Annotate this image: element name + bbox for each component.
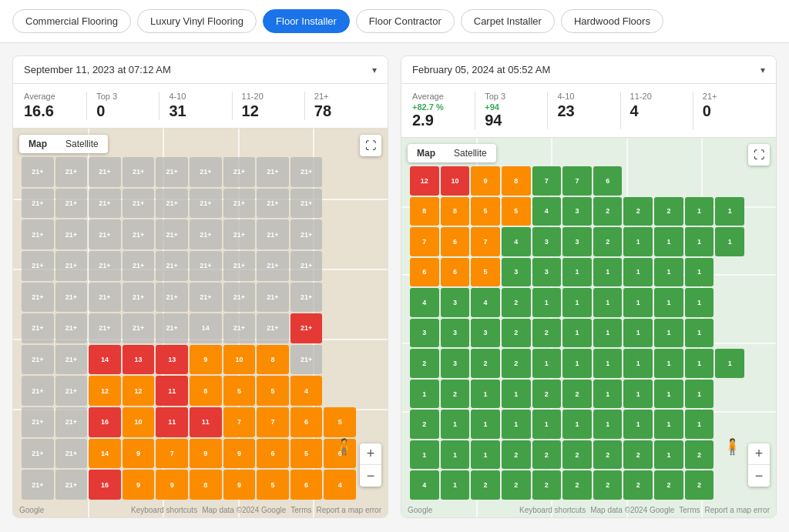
nav-tab-floor-installer[interactable]: Floor Installer	[263, 9, 350, 33]
grid-cell: 7	[223, 407, 256, 437]
stat-item: Average16.6	[24, 92, 87, 120]
grid-cell: 21+	[223, 157, 256, 187]
grid-cell: 6	[410, 258, 439, 287]
grid-cell	[623, 166, 653, 196]
right-map-area: Map Satellite ⛶ 121098776885543222117674…	[401, 138, 776, 517]
grid-cell: 7	[532, 166, 562, 196]
grid-cell: 4	[471, 288, 500, 317]
grid-cell: 21+	[89, 283, 121, 313]
grid-cell: 2	[623, 440, 653, 470]
grid-cell: 4	[324, 470, 356, 500]
grid-cell: 2	[654, 197, 683, 226]
grid-cell	[654, 166, 683, 196]
grid-cell: 5	[223, 376, 256, 406]
right-satellite-tab[interactable]: Satellite	[445, 144, 496, 162]
nav-tab-commercial-flooring[interactable]: Commercial Flooring	[12, 9, 131, 33]
stat-item: Top 30	[87, 92, 159, 120]
grid-cell: 21+	[190, 189, 222, 219]
grid-cell: 2	[562, 380, 592, 409]
nav-tab-hardwood-floors[interactable]: Hardwood Floors	[561, 9, 663, 33]
left-satellite-tab[interactable]: Satellite	[56, 135, 108, 153]
grid-cell: 21+	[123, 219, 155, 249]
grid-cell: 21+	[223, 313, 256, 343]
grid-cell: 1	[654, 380, 683, 409]
grid-cell	[324, 251, 356, 281]
grid-cell: 10	[441, 166, 470, 196]
grid-cell: 5	[290, 439, 323, 469]
grid-cell: 1	[593, 258, 623, 287]
grid-cell	[324, 313, 356, 343]
right-zoom-in-btn[interactable]: +	[748, 443, 770, 465]
grid-cell: 21+	[223, 189, 256, 219]
grid-cell: 8	[410, 197, 439, 226]
left-zoom-out-btn[interactable]: −	[360, 465, 381, 487]
grid-cell: 1	[623, 349, 653, 378]
grid-cell: 14	[89, 439, 121, 469]
grid-cell: 2	[562, 440, 592, 470]
grid-cell: 2	[532, 319, 562, 348]
grid-cell: 3	[441, 349, 470, 378]
grid-cell: 1	[654, 288, 683, 317]
grid-cell: 6	[593, 166, 623, 196]
grid-cell: 12	[89, 376, 121, 406]
grid-cell: 21+	[290, 219, 323, 249]
grid-cell: 21+	[257, 219, 289, 249]
grid-cell: 21+	[257, 251, 289, 281]
right-map-tab[interactable]: Map	[408, 144, 445, 162]
grid-cell: 2	[593, 227, 623, 256]
grid-cell	[324, 376, 356, 406]
grid-cell: 21+	[290, 189, 323, 219]
left-zoom-in-btn[interactable]: +	[360, 443, 381, 465]
grid-cell: 13	[123, 345, 155, 375]
right-zoom-out-btn[interactable]: −	[748, 465, 770, 487]
grid-cell: 1	[654, 349, 683, 378]
grid-cell: 3	[562, 197, 592, 226]
nav-tab-luxury-vinyl-flooring[interactable]: Luxury Vinyl Flooring	[137, 9, 257, 33]
nav-tab-floor-contractor[interactable]: Floor Contractor	[356, 9, 455, 33]
left-chevron-icon: ▾	[372, 65, 377, 75]
grid-cell: 9	[471, 166, 500, 196]
grid-cell: 7	[471, 227, 500, 256]
grid-cell: 9	[223, 439, 256, 469]
grid-cell: 9	[190, 439, 222, 469]
left-fullscreen-btn[interactable]: ⛶	[360, 135, 381, 156]
grid-cell: 2	[654, 470, 683, 500]
grid-cell: 13	[156, 345, 188, 375]
grid-cell: 3	[410, 319, 439, 348]
right-panel-header[interactable]: February 05, 2024 at 05:52 AM ▾	[401, 56, 776, 84]
grid-cell: 21+	[190, 219, 222, 249]
grid-cell: 1	[623, 410, 653, 439]
grid-cell: 1	[654, 410, 683, 439]
left-panel-header[interactable]: September 11, 2023 at 07:12 AM ▾	[13, 56, 388, 84]
grid-cell: 21+	[89, 157, 121, 187]
nav-tab-carpet-installer[interactable]: Carpet Installer	[461, 9, 555, 33]
stat-item: 4-1023	[548, 92, 620, 129]
grid-cell: 21+	[257, 283, 289, 313]
grid-cell: 4	[532, 197, 562, 226]
grid-cell: 21+	[257, 189, 289, 219]
grid-cell: 2	[441, 380, 470, 409]
grid-cell: 7	[410, 227, 439, 256]
grid-cell: 1	[623, 319, 653, 348]
grid-cell: 1	[685, 319, 714, 348]
grid-cell: 1	[623, 227, 653, 256]
grid-cell: 1	[562, 288, 592, 317]
grid-cell: 2	[532, 470, 562, 500]
left-panel: September 11, 2023 at 07:12 AM ▾ Average…	[12, 55, 388, 518]
left-map-area: Map Satellite ⛶ 21+21+21+21+21+21+21+21+…	[13, 129, 388, 517]
grid-cell: 21+	[55, 407, 88, 437]
grid-cell: 1	[685, 258, 714, 287]
grid-cell: 21+	[22, 313, 54, 343]
grid-cell: 21+	[290, 313, 323, 343]
grid-cell: 4	[410, 288, 439, 317]
grid-cell: 1	[441, 470, 470, 500]
grid-cell: 21+	[156, 283, 188, 313]
grid-cell: 21+	[190, 251, 222, 281]
left-map-tab[interactable]: Map	[19, 135, 56, 153]
grid-cell: 5	[257, 470, 289, 500]
grid-cell: 2	[410, 349, 439, 378]
grid-cell	[324, 157, 356, 187]
right-fullscreen-btn[interactable]: ⛶	[748, 144, 770, 166]
grid-cell: 3	[562, 227, 592, 256]
stat-item: 11-204	[621, 92, 693, 129]
